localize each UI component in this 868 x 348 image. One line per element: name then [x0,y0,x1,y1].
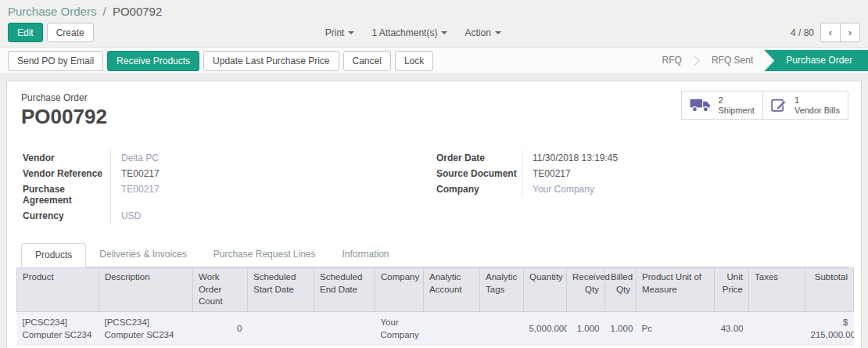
cell-unit-price: 43.00 [715,311,749,345]
cell-subtotal: $ 9,000.00 [805,345,854,348]
cell-billed-qty: 0.000 [605,345,637,348]
col-header-subtotal[interactable]: Subtotal [805,268,854,312]
cell-description: Apple Iphone [99,345,193,348]
cell-product: Apple Iphone [17,345,99,348]
table-header-row: Product Description Work Order Count Sch… [17,268,854,312]
col-header-analytic-account[interactable]: Analytic Account [424,268,480,312]
field-column-left: Vendor Delta PC Vendor Reference TE00217… [21,150,435,224]
send-po-by-email-button[interactable]: Send PO by Email [8,51,103,71]
shipment-label: Shipment [718,106,754,116]
cancel-button[interactable]: Cancel [343,51,391,71]
tab-information[interactable]: Information [328,243,402,267]
col-header-product[interactable]: Product [17,268,99,312]
col-header-taxes[interactable]: Taxes [749,268,805,312]
cell-received-qty: 0.000 [567,345,605,348]
control-panel: Purchase Orders / PO00792 Edit Create Pr… [0,0,868,47]
vendor-bills-label: Vendor Bills [794,106,840,116]
source-document-label: Source Document [435,166,522,181]
breadcrumb: Purchase Orders / PO00792 [8,5,860,18]
cell-subtotal: $ 215,000.00 [805,311,854,345]
col-header-received-qty[interactable]: Received Qty [567,268,605,312]
field-source-document: Source Document TE00217 [435,166,848,181]
vendor-bills-stat-button[interactable]: 1 Vendor Bills [762,91,848,120]
col-header-work-order-count[interactable]: Work Order Count [193,268,248,312]
attachments-dropdown-label: 1 Attachment(s) [371,27,437,38]
statusbar: Send PO by Email Receive Products Update… [0,47,868,74]
cell-billed-qty: 1.000 [605,311,637,345]
company-value[interactable]: Your Company [522,181,594,197]
content-area: 2 Shipment 1 Vendor Bills Purchase Order… [0,74,868,348]
order-date-label: Order Date [435,150,522,166]
cell-product: [PCSC234] Computer SC234 [17,311,99,345]
cell-received-qty: 1.000 [567,311,605,345]
col-header-company[interactable]: Company [375,268,424,312]
purchase-agreement-value[interactable]: TE00217 [111,181,160,197]
stage-rfq[interactable]: RFQ [650,50,694,71]
status-stages: RFQ RFQ Sent Purchase Order [650,50,868,71]
breadcrumb-current: PO00792 [113,5,162,18]
attachments-dropdown[interactable]: 1 Attachment(s) [363,27,456,38]
cell-taxes: Purchase GST 7% [749,345,805,348]
vendor-bills-count: 1 [794,95,840,106]
field-company: Company Your Company [435,181,848,197]
field-vendor-reference: Vendor Reference TE00217 [21,166,435,181]
truck-icon [690,98,711,113]
purchase-agreement-label: Purchase Agreement [21,181,111,208]
caret-down-icon [348,31,354,34]
col-header-unit-price[interactable]: Unit Price [715,268,749,312]
action-dropdowns: Print 1 Attachment(s) Action [317,27,510,38]
currency-label: Currency [21,208,111,224]
cell-analytic-tags [480,345,524,348]
pager: 4 / 80 ‹ › [791,23,860,42]
vendor-value[interactable]: Delta PC [111,150,159,166]
cell-analytic-tags [480,311,524,345]
field-order-date: Order Date 11/30/2018 13:19:45 [435,150,848,166]
cell-unit-price: 60.00 [715,345,749,348]
order-lines-table: Product Description Work Order Count Sch… [16,267,854,348]
form-sheet: 2 Shipment 1 Vendor Bills Purchase Order… [6,81,862,348]
col-header-quantity[interactable]: Quantity [524,268,567,312]
edit-button[interactable]: Edit [8,23,43,42]
update-last-purchase-price-button[interactable]: Update Last Purchase Price [203,51,339,71]
cell-analytic-account [424,311,480,345]
stage-rfq-sent[interactable]: RFQ Sent [699,50,766,71]
create-button[interactable]: Create [47,23,94,42]
tab-products[interactable]: Products [21,243,86,267]
tab-deliveries-invoices[interactable]: Deliveries & Invoices [86,243,199,267]
cell-quantity: 150.000 [524,345,567,348]
col-header-analytic-tags[interactable]: Analytic Tags [480,268,524,312]
cell-scheduled-end-date [314,311,375,345]
shipment-stat-button[interactable]: 2 Shipment [681,91,762,120]
lock-button[interactable]: Lock [395,51,433,71]
col-header-product-unit-of-measure[interactable]: Product Unit of Measure [637,268,715,312]
pager-previous-button[interactable]: ‹ [820,23,841,42]
cell-product-uom: Pc [637,345,715,348]
cell-scheduled-end-date [314,345,375,348]
table-row[interactable]: Apple Iphone Apple Iphone 0 Your Company… [17,345,854,348]
currency-value[interactable]: USD [111,208,141,224]
cell-analytic-account [424,345,480,348]
print-dropdown[interactable]: Print [317,27,364,38]
cell-taxes [749,311,805,345]
cell-product-uom: Pc [637,311,715,345]
receive-products-button[interactable]: Receive Products [107,51,199,71]
tab-purchase-request-lines[interactable]: Purchase Request Lines [200,243,329,267]
caret-down-icon [495,31,501,34]
col-header-scheduled-start-date[interactable]: Scheduled Start Date [248,268,314,312]
vendor-label: Vendor [21,150,111,166]
caret-down-icon [441,31,447,34]
table-row[interactable]: [PCSC234] Computer SC234 [PCSC234] Compu… [17,311,854,345]
col-header-description[interactable]: Description [99,268,193,312]
stage-purchase-order[interactable]: Purchase Order [764,50,868,71]
field-column-right: Order Date 11/30/2018 13:19:45 Source Do… [435,150,848,224]
col-header-scheduled-end-date[interactable]: Scheduled End Date [314,268,375,312]
breadcrumb-parent-link[interactable]: Purchase Orders [8,5,96,18]
shipment-count: 2 [718,95,754,106]
stat-buttons: 2 Shipment 1 Vendor Bills [681,91,848,120]
pencil-icon [771,97,787,113]
breadcrumb-separator: / [103,5,106,18]
control-panel-buttons: Edit Create Print 1 Attachment(s) Action… [8,23,860,47]
action-dropdown[interactable]: Action [456,27,509,38]
cell-work-order-count: 0 [193,345,248,348]
pager-next-button[interactable]: › [840,23,860,42]
